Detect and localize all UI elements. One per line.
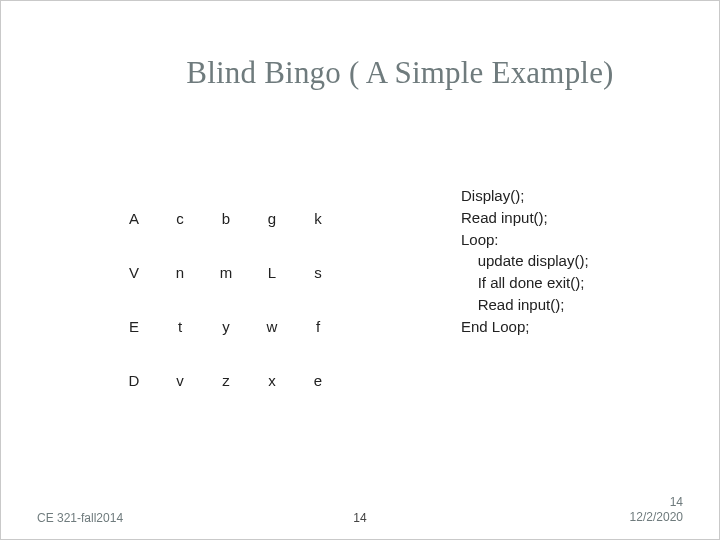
grid-cell: z: [203, 353, 249, 407]
grid-cell: D: [111, 353, 157, 407]
grid-cell: k: [295, 191, 341, 245]
grid-cell: m: [203, 245, 249, 299]
grid-cell: A: [111, 191, 157, 245]
grid-cell: s: [295, 245, 341, 299]
slide-body: A c b g k V n m L s E t y w f D: [111, 191, 679, 407]
table-row: V n m L s: [111, 245, 341, 299]
slide-footer: CE 321-fall2014 14 14 12/2/2020: [37, 495, 683, 525]
grid-cell: c: [157, 191, 203, 245]
table-row: A c b g k: [111, 191, 341, 245]
grid-cell: n: [157, 245, 203, 299]
grid-cell: w: [249, 299, 295, 353]
footer-course: CE 321-fall2014: [37, 511, 123, 525]
grid-cell: y: [203, 299, 249, 353]
grid-cell: t: [157, 299, 203, 353]
grid-cell: g: [249, 191, 295, 245]
grid-cell: f: [295, 299, 341, 353]
footer-page-right: 14: [630, 495, 683, 510]
footer-date: 12/2/2020: [630, 510, 683, 525]
grid-cell: x: [249, 353, 295, 407]
bingo-grid: A c b g k V n m L s E t y w f D: [111, 191, 341, 407]
grid-cell: L: [249, 245, 295, 299]
table-row: D v z x e: [111, 353, 341, 407]
slide: Blind Bingo ( A Simple Example) A c b g …: [0, 0, 720, 540]
grid-cell: V: [111, 245, 157, 299]
slide-title: Blind Bingo ( A Simple Example): [117, 55, 683, 91]
grid-cell: e: [295, 353, 341, 407]
table-row: E t y w f: [111, 299, 341, 353]
grid-cell: b: [203, 191, 249, 245]
footer-page-center: 14: [353, 511, 366, 525]
pseudocode-block: Display(); Read input(); Loop: update di…: [461, 185, 589, 337]
footer-right: 14 12/2/2020: [630, 495, 683, 525]
grid-cell: E: [111, 299, 157, 353]
grid-cell: v: [157, 353, 203, 407]
